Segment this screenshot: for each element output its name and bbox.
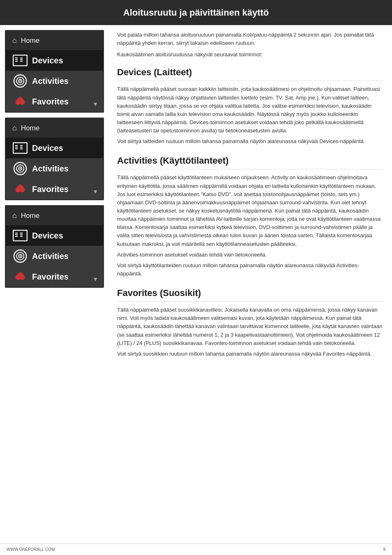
activities-label-3: Activities	[32, 250, 69, 262]
section-activities-p3: Voit siirtyä käyttötilanteiden ruutuun m…	[117, 261, 384, 278]
nav-home-2: ⌂ Home	[6, 118, 103, 138]
page-footer: WWW.ONEFORALL.COM 9	[0, 543, 392, 555]
section-devices-p1: Tällä näppäimellä pääset suoraan kaikkii…	[117, 85, 384, 135]
nav-arrow-1: ▼	[92, 100, 98, 109]
svg-point-10	[20, 81, 21, 82]
intro-text: Voit palata milloin tahansa aloitusruutu…	[117, 31, 384, 59]
nav-item-devices-2[interactable]: Devices	[6, 138, 103, 158]
sidebar: ⌂ Home De	[0, 25, 109, 543]
footer-website: WWW.ONEFORALL.COM	[7, 546, 55, 553]
section-activities-p1: Tällä näppäimellä pääset käyttötilanteen…	[117, 173, 384, 248]
svg-rect-3	[15, 61, 18, 62]
devices-icon-1	[12, 54, 28, 67]
nav-panel-2: ⌂ Home De	[5, 118, 104, 200]
favorites-icon-2	[12, 183, 28, 195]
section-favorites-p1: Tällä näppäimellä pääset suosikkikanavil…	[117, 306, 384, 347]
devices-label-2: Devices	[32, 142, 63, 154]
nav-item-favorites-1[interactable]: Favorites ▼	[6, 91, 103, 112]
svg-rect-23	[15, 233, 18, 234]
section-activities: Activities (Käyttötilanteet) Tällä näppä…	[117, 154, 384, 278]
nav-item-devices-1[interactable]: Devices	[6, 50, 103, 71]
activities-icon-3	[12, 250, 28, 262]
section-activities-body: Tällä näppäimellä pääset käyttötilanteen…	[117, 173, 384, 278]
section-favorites-body: Tällä näppäimellä pääset suosikkikanavil…	[117, 306, 384, 358]
home-icon-2: ⌂	[12, 123, 17, 134]
svg-rect-2	[15, 59, 18, 60]
favorites-label-3: Favorites	[32, 271, 69, 283]
section-devices: Devices (Laitteet) Tällä näppäimellä pää…	[117, 65, 384, 146]
page: Aloitusruutu ja päivittäinen käyttö ⌂ Ho…	[0, 0, 392, 555]
nav-panel-1: ⌂ Home De	[5, 30, 104, 113]
nav-panel-3: ⌂ Home De	[5, 205, 104, 288]
nav-home-label-2: Home	[21, 123, 39, 134]
section-favorites-p2: Voit siirtyä suosikkien ruutuun milloin …	[117, 350, 384, 358]
svg-rect-6	[20, 61, 23, 62]
nav-item-activities-2[interactable]: Activities	[6, 158, 103, 179]
section-favorites-title: Favorites (Suosikit)	[117, 286, 384, 302]
svg-rect-5	[20, 59, 23, 60]
activities-icon-2	[12, 162, 28, 175]
nav-arrow-2: ▼	[92, 187, 98, 196]
svg-rect-0	[13, 55, 27, 66]
section-activities-title: Activities (Käyttötilanteet)	[117, 154, 384, 169]
svg-rect-22	[13, 230, 27, 241]
svg-rect-27	[20, 234, 23, 235]
page-title: Aloitusruutu ja päivittäinen käyttö	[123, 7, 269, 18]
main-content: ⌂ Home De	[0, 25, 392, 543]
svg-rect-26	[20, 233, 23, 234]
nav-item-devices-3[interactable]: Devices	[6, 225, 103, 246]
intro-p2: Kaukosäätimen aloitusruudussa näkyvät se…	[117, 51, 384, 59]
section-favorites: Favorites (Suosikit) Tällä näppäimellä p…	[117, 286, 384, 358]
nav-home-label-3: Home	[21, 210, 39, 221]
section-devices-title: Devices (Laitteet)	[117, 65, 384, 81]
nav-home-3: ⌂ Home	[6, 206, 103, 225]
activities-label-1: Activities	[32, 75, 69, 87]
content-area: Voit palata milloin tahansa aloitusruutu…	[109, 25, 392, 543]
nav-item-favorites-3[interactable]: Favorites ▼	[6, 266, 103, 287]
devices-label-3: Devices	[32, 229, 63, 242]
section-activities-p2: Activities-toiminnon asetukset voidaan t…	[117, 251, 384, 259]
home-icon-1: ⌂	[12, 35, 17, 46]
activities-icon-1	[12, 75, 28, 87]
svg-rect-1	[15, 58, 18, 58]
home-icon-3: ⌂	[12, 210, 17, 221]
svg-rect-24	[15, 234, 18, 235]
footer-page-number: 9	[383, 546, 385, 553]
svg-rect-13	[15, 147, 18, 148]
svg-rect-15	[20, 145, 23, 146]
devices-label-1: Devices	[32, 54, 63, 67]
svg-rect-28	[20, 236, 23, 237]
svg-rect-25	[15, 236, 18, 237]
svg-rect-4	[20, 58, 23, 58]
devices-icon-2	[12, 142, 28, 154]
favorites-label-2: Favorites	[32, 183, 69, 195]
nav-home-1: ⌂ Home	[6, 31, 103, 50]
nav-home-label-1: Home	[21, 35, 39, 46]
svg-rect-12	[15, 145, 18, 146]
devices-icon-3	[12, 229, 28, 242]
svg-point-32	[20, 256, 21, 257]
svg-rect-17	[20, 148, 23, 149]
favorites-icon-3	[12, 271, 28, 283]
intro-p1: Voit palata milloin tahansa aloitusruutu…	[117, 31, 384, 47]
favorites-label-1: Favorites	[32, 95, 69, 108]
svg-point-21	[20, 168, 21, 169]
favorites-icon-1	[12, 95, 28, 108]
nav-arrow-3: ▼	[92, 275, 98, 284]
nav-item-favorites-2[interactable]: Favorites ▼	[6, 179, 103, 199]
svg-rect-11	[13, 143, 27, 153]
page-header: Aloitusruutu ja päivittäinen käyttö	[0, 0, 392, 25]
nav-item-activities-1[interactable]: Activities	[6, 71, 103, 91]
nav-item-activities-3[interactable]: Activities	[6, 246, 103, 266]
section-devices-body: Tällä näppäimellä pääset suoraan kaikkii…	[117, 85, 384, 146]
section-devices-p2: Voit siirtyä laitteiden ruutuun milloin …	[117, 137, 384, 146]
svg-rect-16	[20, 147, 23, 148]
activities-label-2: Activities	[32, 162, 69, 175]
svg-rect-14	[15, 148, 18, 149]
